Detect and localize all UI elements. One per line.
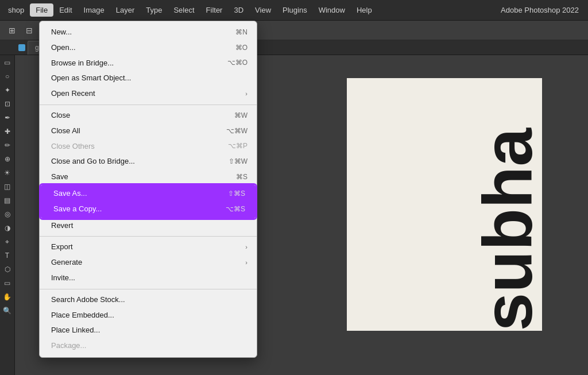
menu-close-all-label: Close All — [51, 125, 80, 137]
menu-new-shortcut: ⌘N — [235, 27, 247, 38]
menu-revert-label: Revert — [51, 220, 73, 232]
menu-save-as[interactable]: Save As... ⇧⌘S — [41, 185, 256, 202]
menu-generate-arrow: › — [245, 258, 247, 268]
canvas-text: subha — [473, 128, 542, 331]
menu-close[interactable]: Close ⌘W — [40, 108, 257, 123]
menu-open-smart-label: Open as Smart Object... — [51, 72, 131, 84]
tab-checkbox — [18, 44, 25, 51]
menu-package[interactable]: Package... — [40, 338, 257, 354]
tool-history[interactable]: ☀ — [1, 167, 14, 179]
menu-save-label: Save — [51, 171, 68, 183]
menu-generate-label: Generate — [51, 257, 82, 269]
menu-open-label: Open... — [51, 42, 76, 54]
menu-item-filter[interactable]: Filter — [200, 3, 229, 17]
tool-select-rect[interactable]: ▭ — [1, 56, 14, 69]
menu-open-recent[interactable]: Open Recent › — [40, 86, 257, 102]
menu-close-label: Close — [51, 110, 70, 122]
menu-open-smart[interactable]: Open as Smart Object... — [40, 71, 257, 86]
menu-open-recent-label: Open Recent — [51, 88, 95, 100]
menu-save-copy[interactable]: Save a Copy... ⌥⌘S — [41, 202, 256, 218]
menu-close-bridge-shortcut: ⇧⌘W — [229, 156, 247, 167]
menu-open-shortcut: ⌘O — [235, 42, 247, 53]
menu-item-photoshop[interactable]: shop — [2, 3, 30, 17]
menu-invite-label: Invite... — [51, 272, 75, 284]
menu-place-linked-label: Place Linked... — [51, 324, 100, 337]
tool-lasso[interactable]: ○ — [1, 70, 14, 83]
tool-shape[interactable]: ▭ — [1, 277, 14, 289]
menu-browse-bridge-shortcut: ⌥⌘O — [227, 57, 247, 68]
menu-package-label: Package... — [51, 340, 86, 352]
menu-close-bridge[interactable]: Close and Go to Bridge... ⇧⌘W — [40, 154, 257, 169]
canvas-preview: subha — [347, 78, 542, 331]
tool-dodge[interactable]: ◑ — [1, 222, 14, 234]
menu-revert[interactable]: Revert — [40, 218, 257, 234]
menu-save[interactable]: Save ⌘S — [40, 169, 257, 185]
menu-close-bridge-label: Close and Go to Bridge... — [51, 156, 135, 168]
tool-eyedropper[interactable]: ✒ — [1, 111, 14, 124]
tool-pen[interactable]: ⌖ — [1, 235, 14, 248]
menu-save-copy-label: Save a Copy... — [53, 203, 102, 215]
menu-divider-2 — [40, 236, 257, 237]
align-left-icon[interactable]: ⊞ — [5, 23, 20, 38]
menu-item-view[interactable]: View — [249, 3, 277, 17]
app-title: Adobe Photoshop 2022 — [501, 6, 579, 14]
menu-bar: shop File Edit Image Layer Type Select F… — [0, 0, 588, 21]
menu-export[interactable]: Export › — [40, 239, 257, 255]
menu-generate[interactable]: Generate › — [40, 255, 257, 270]
file-menu[interactable]: New... ⌘N Open... ⌘O Browse in Bridge...… — [39, 21, 257, 358]
tool-blur[interactable]: ◎ — [1, 208, 14, 221]
menu-divider-3 — [40, 289, 257, 289]
menu-browse-bridge-label: Browse in Bridge... — [51, 57, 114, 69]
menu-close-all-shortcut: ⌥⌘W — [226, 126, 247, 137]
tool-heal[interactable]: ✚ — [1, 125, 14, 138]
menu-save-copy-shortcut: ⌥⌘S — [226, 204, 245, 215]
menu-item-edit[interactable]: Edit — [53, 3, 78, 17]
menu-item-type[interactable]: Type — [140, 3, 168, 17]
menu-item-layer[interactable]: Layer — [110, 3, 141, 17]
menu-invite[interactable]: Invite... — [40, 270, 257, 286]
menu-save-as-shortcut: ⇧⌘S — [228, 188, 245, 199]
menu-item-file[interactable]: File — [30, 3, 53, 17]
menu-export-label: Export — [51, 241, 73, 253]
menu-open[interactable]: Open... ⌘O — [40, 40, 257, 56]
tool-type[interactable]: T — [1, 249, 14, 262]
menu-new-label: New... — [51, 26, 72, 38]
left-toolbar: ✥ ▭ ○ ✦ ⊡ ✒ ✚ ✏ ⊕ ☀ ◫ ▤ ◎ ◑ ⌖ T ⬡ ▭ ✋ 🔍 — [0, 40, 15, 375]
menu-browse-bridge[interactable]: Browse in Bridge... ⌥⌘O — [40, 56, 257, 71]
menu-save-as-label: Save As... — [53, 188, 87, 200]
tool-gradient[interactable]: ▤ — [1, 194, 14, 207]
menu-place-linked[interactable]: Place Linked... — [40, 323, 257, 338]
menu-item-select[interactable]: Select — [168, 3, 200, 17]
tool-clone[interactable]: ⊕ — [1, 153, 14, 165]
tool-eraser[interactable]: ◫ — [1, 180, 14, 193]
menu-item-image[interactable]: Image — [78, 3, 110, 17]
tool-crop[interactable]: ⊡ — [1, 98, 14, 110]
menu-item-3d[interactable]: 3D — [228, 3, 249, 17]
tool-hand[interactable]: ✋ — [1, 291, 14, 303]
menu-item-plugins[interactable]: Plugins — [277, 3, 313, 17]
menu-item-window[interactable]: Window — [313, 3, 351, 17]
tool-magic-wand[interactable]: ✦ — [1, 84, 14, 96]
align-center-h-icon[interactable]: ⊟ — [22, 23, 37, 38]
menu-new[interactable]: New... ⌘N — [40, 25, 257, 40]
menu-close-all[interactable]: Close All ⌥⌘W — [40, 123, 257, 139]
menu-export-arrow: › — [245, 242, 247, 253]
menu-open-recent-arrow: › — [245, 89, 247, 99]
tool-path[interactable]: ⬡ — [1, 263, 14, 276]
menu-save-shortcut: ⌘S — [236, 172, 247, 183]
menu-close-others-label: Close Others — [51, 141, 95, 153]
menu-close-shortcut: ⌘W — [234, 110, 247, 121]
menu-close-others[interactable]: Close Others ⌥⌘P — [40, 139, 257, 154]
menu-search-stock[interactable]: Search Adobe Stock... — [40, 292, 257, 308]
tool-brush[interactable]: ✏ — [1, 139, 14, 152]
menu-item-help[interactable]: Help — [351, 3, 378, 17]
menu-search-stock-label: Search Adobe Stock... — [51, 294, 125, 306]
menu-divider-1 — [40, 105, 257, 105]
menu-close-others-shortcut: ⌥⌘P — [228, 141, 247, 152]
menu-place-embedded[interactable]: Place Embedded... — [40, 308, 257, 323]
menu-place-embedded-label: Place Embedded... — [51, 310, 114, 322]
tool-zoom[interactable]: 🔍 — [1, 304, 14, 317]
